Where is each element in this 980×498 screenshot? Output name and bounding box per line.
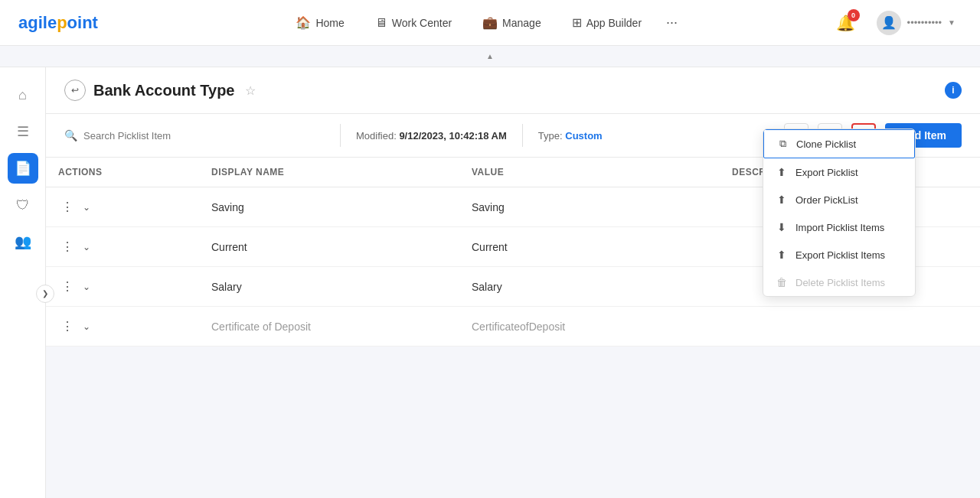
description-cell-3 [720, 307, 980, 347]
page-header: ↩ Bank Account Type ☆ i [46, 67, 980, 114]
search-icon: 🔍 [64, 129, 77, 142]
top-collapse-bar: ▲ [0, 46, 980, 67]
favorite-star-icon[interactable]: ☆ [245, 83, 256, 98]
notification-button[interactable]: 🔔 0 [833, 11, 858, 35]
manage-icon: 💼 [482, 15, 498, 30]
toolbar-divider-1 [340, 124, 341, 147]
display-name-cell-1: Current [199, 227, 459, 267]
search-container: 🔍 [64, 129, 325, 142]
display-name-cell-2: Salary [199, 267, 459, 307]
nav-appbuilder[interactable]: ⊞ App Builder [560, 9, 654, 36]
value-cell-3: CertificateofDeposit [459, 307, 720, 347]
workcenter-icon: 🖥 [375, 16, 387, 30]
nav-manage[interactable]: 💼 Manage [470, 9, 554, 36]
col-actions: ACTIONS [46, 158, 199, 187]
value-cell-2: Salary [459, 267, 720, 307]
action-cell-3: ⋮ ⌄ [46, 307, 199, 347]
page-title-area: ↩ Bank Account Type ☆ [64, 80, 256, 101]
row-more-icon-2[interactable]: ⋮ [58, 278, 77, 295]
dropdown-item-clone[interactable]: ⧉Clone Picklist [763, 129, 915, 158]
export-icon: ⬆ [776, 166, 788, 178]
sidebar-item-list[interactable]: ☰ [8, 116, 38, 147]
sidebar-item-users[interactable]: 👥 [8, 226, 38, 257]
display-name-cell-3: Certificate of Deposit [199, 307, 459, 347]
dropdown-item-label-clone: Clone Picklist [796, 138, 856, 150]
collapse-up-arrow[interactable]: ▲ [477, 49, 503, 63]
value-cell-0: Saving [459, 187, 720, 227]
display-name-cell-0: Saving [199, 187, 459, 227]
order-icon: ⬆ [776, 194, 788, 206]
action-cell-0: ⋮ ⌄ [46, 187, 199, 227]
col-value: VALUE [459, 158, 720, 187]
row-more-icon-0[interactable]: ⋮ [58, 198, 77, 216]
import-items-icon: ⬇ [776, 221, 788, 233]
row-expand-icon-2[interactable]: ⌄ [80, 280, 93, 294]
avatar: 👤 [877, 11, 901, 35]
action-cell-2: ⋮ ⌄ [46, 267, 199, 307]
row-more-icon-3[interactable]: ⋮ [58, 317, 77, 335]
nav-home[interactable]: 🏠 Home [283, 9, 356, 36]
chevron-down-icon: ▼ [948, 18, 956, 27]
delete-items-icon: 🗑 [776, 276, 788, 288]
appbuilder-icon: ⊞ [572, 15, 582, 30]
dropdown-item-import-items[interactable]: ⬇Import Picklist Items [763, 213, 915, 241]
dropdown-item-label-export-items: Export Picklist Items [795, 249, 885, 261]
dropdown-item-label-export: Export Picklist [795, 167, 858, 178]
user-name: •••••••••• [907, 17, 942, 28]
nav-right: 🔔 0 👤 •••••••••• ▼ [833, 8, 962, 38]
back-button[interactable]: ↩ [64, 80, 86, 101]
nav-manage-label: Manage [502, 17, 541, 29]
user-menu[interactable]: 👤 •••••••••• ▼ [871, 8, 962, 38]
dropdown-item-label-import-items: Import Picklist Items [795, 222, 884, 233]
clone-icon: ⧉ [776, 138, 789, 150]
col-display-name: DISPLAY NAME [199, 158, 459, 187]
sidebar: ⌂ ☰ 📄 🛡 👥 ❯ [0, 67, 46, 498]
dropdown-item-order[interactable]: ⬆Order PickList [763, 186, 915, 213]
logo-text: agilepoint [18, 13, 98, 33]
nav-appbuilder-label: App Builder [586, 17, 642, 29]
nav-workcenter-label: Work Center [392, 17, 452, 29]
logo[interactable]: agilepoint [18, 13, 98, 33]
home-icon: 🏠 [296, 15, 311, 30]
info-button[interactable]: i [945, 82, 962, 99]
toolbar-divider-2 [522, 124, 523, 147]
row-expand-icon-0[interactable]: ⌄ [80, 200, 93, 214]
action-cell-1: ⋮ ⌄ [46, 227, 199, 267]
export-items-icon: ⬆ [776, 249, 788, 261]
dropdown-item-label-delete-items: Delete Picklist Items [795, 277, 885, 288]
page-title: Bank Account Type [93, 82, 234, 99]
search-input[interactable] [83, 130, 283, 142]
value-cell-1: Current [459, 227, 720, 267]
sidebar-item-document[interactable]: 📄 [8, 153, 38, 184]
top-navigation: agilepoint 🏠 Home 🖥 Work Center 💼 Manage… [0, 0, 980, 46]
type-info: Type: Custom [538, 130, 603, 142]
sidebar-collapse-button[interactable]: ❯ [36, 285, 54, 303]
nav-home-label: Home [315, 17, 344, 29]
table-row: ⋮ ⌄ Certificate of Deposit Certificateof… [46, 307, 980, 347]
nav-workcenter[interactable]: 🖥 Work Center [363, 10, 464, 36]
sidebar-item-shield[interactable]: 🛡 [8, 190, 38, 220]
row-expand-icon-1[interactable]: ⌄ [80, 240, 93, 254]
dropdown-item-label-order: Order PickList [795, 194, 858, 206]
nav-items: 🏠 Home 🖥 Work Center 💼 Manage ⊞ App Buil… [135, 9, 833, 36]
modified-info: Modified: 9/12/2023, 10:42:18 AM [356, 130, 507, 142]
row-more-icon-1[interactable]: ⋮ [58, 238, 77, 256]
dropdown-item-delete-items: 🗑Delete Picklist Items [763, 269, 915, 296]
dropdown-item-export-items[interactable]: ⬆Export Picklist Items [763, 241, 915, 269]
nav-more-button[interactable]: ··· [660, 11, 684, 34]
row-expand-icon-3[interactable]: ⌄ [80, 320, 93, 334]
dropdown-item-export[interactable]: ⬆Export Picklist [763, 158, 915, 186]
sidebar-item-home[interactable]: ⌂ [8, 80, 38, 110]
notification-badge: 0 [848, 9, 860, 21]
dropdown-menu: ⧉Clone Picklist⬆Export Picklist⬆Order Pi… [763, 129, 916, 297]
